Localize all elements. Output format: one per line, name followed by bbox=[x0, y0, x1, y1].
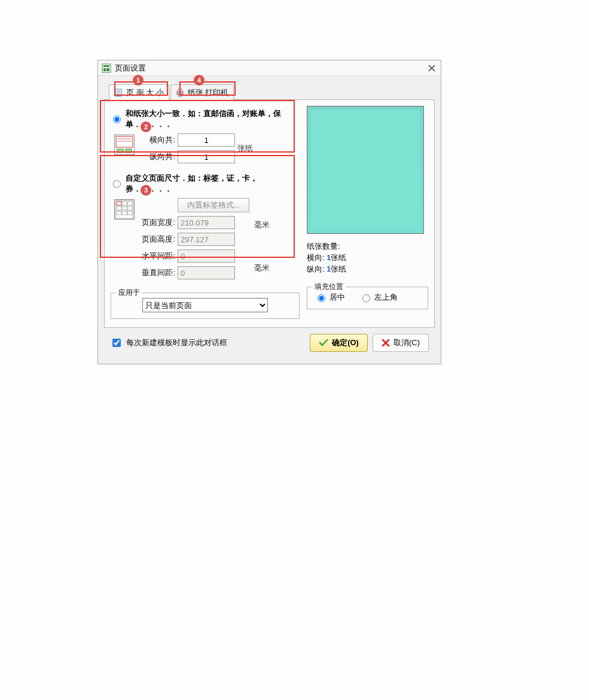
tab-paper-printer[interactable]: 纸张.打印机 bbox=[170, 84, 234, 100]
svg-rect-17 bbox=[126, 149, 132, 153]
hgap-label: 水平间距: bbox=[141, 251, 175, 261]
page-icon bbox=[114, 89, 123, 97]
radio-fill-center[interactable] bbox=[318, 294, 325, 302]
paper-ver: 纵向: 1张纸 bbox=[307, 264, 428, 275]
page-setup-dialog: 页面设置 1 4 页 面 大 小 纸张.打印机 bbox=[97, 60, 441, 364]
app-icon bbox=[102, 63, 111, 73]
paper-hor: 横向: 1张纸 bbox=[307, 252, 428, 263]
show-dialog-label: 每次新建模板时显示此对话框 bbox=[126, 337, 227, 348]
svg-rect-1 bbox=[103, 65, 109, 67]
hcount-label: 横向共: bbox=[141, 135, 175, 145]
width-label: 页面宽度: bbox=[141, 217, 175, 228]
fill-center-option[interactable]: 居中 bbox=[315, 292, 345, 303]
option-paper-body: 横向共: 纵向共: 张纸 bbox=[113, 133, 297, 163]
fill-center-label: 居中 bbox=[329, 292, 345, 303]
columns: 2 和纸张大小一致．如：直邮信函，对账单，保单．．．．． bbox=[111, 106, 428, 319]
height-input bbox=[178, 233, 235, 246]
option-custom-body: 内置标签格式... 页面宽度: 页面高度: bbox=[113, 198, 297, 279]
paper-count-label: 纸张数量: bbox=[307, 241, 428, 252]
builtin-labels-button[interactable]: 内置标签格式... bbox=[178, 198, 249, 212]
apply-legend: 应用于 bbox=[116, 288, 142, 298]
option-custom-group: 3 自定义页面尺寸．如：标签，证，卡，券．．．．． bbox=[111, 171, 300, 284]
right-column: 纸张数量: 横向: 1张纸 纵向: 1张纸 填充位置 居中 bbox=[307, 106, 428, 319]
marker-4: 4 bbox=[194, 75, 205, 86]
show-dialog-checkbox-row[interactable]: 每次新建模板时显示此对话框 bbox=[110, 337, 227, 349]
cancel-label: 取消(C) bbox=[393, 337, 420, 348]
width-row: 页面宽度: bbox=[141, 216, 249, 229]
marker-1: 1 bbox=[133, 75, 144, 86]
builtin-row: 内置标签格式... bbox=[141, 198, 249, 212]
paper-field-rows: 横向共: 纵向共: bbox=[141, 133, 235, 163]
check-icon bbox=[319, 338, 328, 348]
custom-field-rows: 内置标签格式... 页面宽度: 页面高度: bbox=[141, 198, 249, 279]
printer-icon bbox=[176, 89, 184, 97]
vcount-label: 纵向共: bbox=[141, 151, 175, 162]
option-paper-label: 和纸张大小一致．如：直邮信函，对账单，保单．．．．． bbox=[126, 108, 297, 130]
unit-mm-2: 毫米 bbox=[254, 263, 270, 273]
option-custom-label: 自定义页面尺寸．如：标签，证，卡，券．．．．． bbox=[126, 173, 297, 194]
tabs-row: 页 面 大 小 纸张.打印机 bbox=[109, 84, 435, 100]
hcount-input[interactable] bbox=[178, 133, 235, 147]
height-label: 页面高度: bbox=[141, 234, 175, 245]
option-paper-group: 2 和纸张大小一致．如：直邮信函，对账单，保单．．．．． bbox=[111, 106, 300, 168]
vcount-input[interactable] bbox=[178, 150, 235, 163]
fill-topleft-label: 左上角 bbox=[374, 292, 398, 303]
tab-paper-printer-label: 纸张.打印机 bbox=[188, 87, 229, 98]
apply-fieldset: 应用于 只是当前页面 bbox=[111, 293, 300, 319]
apply-select[interactable]: 只是当前页面 bbox=[142, 298, 268, 312]
custom-units: 毫米 毫米 bbox=[254, 220, 270, 273]
tab-page-size-label: 页 面 大 小 bbox=[126, 87, 164, 98]
ok-button[interactable]: 确定(O) bbox=[310, 334, 368, 352]
titlebar: 页面设置 bbox=[98, 60, 441, 76]
preview-box bbox=[307, 106, 424, 234]
fill-group: 居中 左上角 bbox=[312, 292, 423, 303]
height-row: 页面高度: bbox=[141, 233, 249, 246]
unit-mm-1: 毫米 bbox=[254, 220, 270, 230]
svg-rect-3 bbox=[106, 68, 109, 71]
vgap-row: 垂直间距: bbox=[141, 266, 249, 279]
titlebar-left: 页面设置 bbox=[102, 63, 146, 74]
tab-page-size[interactable]: 页 面 大 小 bbox=[109, 84, 169, 100]
cancel-button[interactable]: 取消(C) bbox=[373, 334, 429, 352]
marker-3: 3 bbox=[141, 185, 151, 196]
show-dialog-checkbox[interactable] bbox=[112, 339, 121, 347]
dialog-body: 1 4 页 面 大 小 纸张.打印机 bbox=[98, 76, 441, 364]
paper-unit: 张纸 bbox=[237, 143, 253, 154]
fill-topleft-option[interactable]: 左上角 bbox=[359, 292, 398, 303]
left-column: 2 和纸张大小一致．如：直邮信函，对账单，保单．．．．． bbox=[111, 106, 300, 319]
svg-rect-16 bbox=[117, 149, 123, 153]
svg-rect-18 bbox=[115, 200, 133, 218]
radio-custom-size[interactable] bbox=[113, 180, 121, 188]
close-button[interactable] bbox=[426, 63, 437, 74]
svg-rect-13 bbox=[116, 136, 133, 147]
svg-rect-11 bbox=[178, 89, 182, 92]
footer-row: 每次新建模板时显示此对话框 确定(O) 取消(C) bbox=[104, 328, 435, 359]
vgap-label: 垂直间距: bbox=[141, 267, 175, 278]
svg-rect-2 bbox=[103, 68, 106, 71]
fill-fieldset: 填充位置 居中 左上角 bbox=[307, 287, 428, 309]
svg-rect-12 bbox=[178, 95, 182, 96]
footer-buttons: 确定(O) 取消(C) bbox=[310, 334, 429, 352]
svg-rect-10 bbox=[177, 92, 183, 95]
width-input bbox=[178, 216, 235, 229]
ok-label: 确定(O) bbox=[332, 337, 359, 348]
vgap-input bbox=[178, 266, 235, 279]
fill-legend: 填充位置 bbox=[312, 282, 346, 292]
marker-2: 2 bbox=[141, 121, 151, 132]
hgap-row: 水平间距: bbox=[141, 249, 249, 263]
paper-info: 纸张数量: 横向: 1张纸 纵向: 1张纸 bbox=[307, 241, 428, 275]
thumb-paper bbox=[114, 135, 135, 155]
panel: 2 和纸张大小一致．如：直邮信函，对账单，保单．．．．． bbox=[104, 99, 435, 328]
window-title: 页面设置 bbox=[115, 63, 146, 74]
preview-inner bbox=[311, 110, 420, 230]
radio-paper-size[interactable] bbox=[113, 115, 121, 123]
radio-fill-topleft[interactable] bbox=[362, 294, 370, 302]
vcount-row: 纵向共: bbox=[141, 150, 235, 163]
cross-icon bbox=[382, 339, 390, 347]
hcount-row: 横向共: bbox=[141, 133, 235, 147]
thumb-custom bbox=[114, 199, 135, 220]
hgap-input bbox=[178, 249, 235, 263]
